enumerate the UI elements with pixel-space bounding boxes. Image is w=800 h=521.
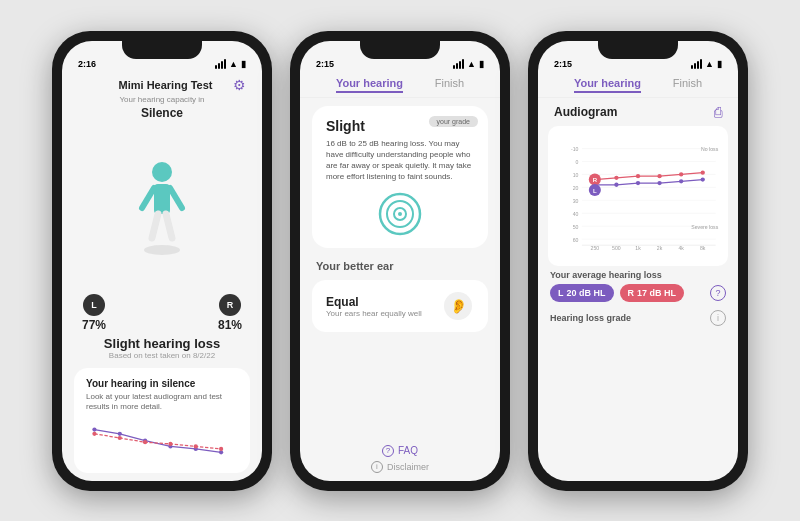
share-icon[interactable]: ⎙ <box>714 104 722 120</box>
svg-line-5 <box>166 214 172 238</box>
notch-1 <box>122 41 202 59</box>
svg-point-52 <box>657 173 661 177</box>
hearing-grade-section: Hearing loss grade i <box>538 306 738 330</box>
avg-loss-section: Your average hearing loss L 20 dB HL R 1… <box>538 266 738 306</box>
phone-1: 2:16 ▲ ▮ Mimi Hearing Test ⚙ Your hearin… <box>52 31 272 491</box>
battery-icon-2: ▮ <box>479 59 484 69</box>
svg-point-57 <box>636 180 640 184</box>
section-label-better-ear: Your better ear <box>300 256 500 276</box>
svg-point-13 <box>92 431 96 435</box>
disclaimer-info-icon: i <box>371 461 383 473</box>
left-loss-pill: L 20 dB HL <box>550 284 614 302</box>
wifi-icon-3: ▲ <box>705 59 714 69</box>
audiogram-svg: -10 0 10 20 30 40 50 60 No loss 250 500 … <box>556 132 720 260</box>
phone-3: 2:15 ▲ ▮ Your hearing Finish Audiogram ⎙ <box>528 31 748 491</box>
svg-point-15 <box>143 440 147 444</box>
svg-point-18 <box>219 446 223 450</box>
status-icons-1: ▲ ▮ <box>215 59 246 69</box>
test-type-1: Silence <box>62 106 262 120</box>
svg-point-58 <box>657 180 661 184</box>
svg-text:30: 30 <box>573 197 579 203</box>
tab-bar-3: Your hearing Finish <box>538 71 738 98</box>
grade-desc: 16 dB to 25 dB hearing loss. You may hav… <box>326 138 474 183</box>
grade-badge: your grade <box>429 116 478 127</box>
tab-finish-2[interactable]: Finish <box>435 77 464 93</box>
app-subtitle-1: Your hearing capacity in <box>62 95 262 104</box>
screen-2: 2:15 ▲ ▮ Your hearing Finish your grade … <box>300 41 500 481</box>
time-1: 2:16 <box>78 59 96 69</box>
left-ear-circle: L <box>83 294 105 316</box>
tab-your-hearing-2[interactable]: Your hearing <box>336 77 403 93</box>
svg-text:60: 60 <box>573 236 579 242</box>
svg-text:👂: 👂 <box>450 298 468 315</box>
phone-2: 2:15 ▲ ▮ Your hearing Finish your grade … <box>290 31 510 491</box>
hearing-date: Based on test taken on 8/2/22 <box>62 351 262 360</box>
faq-question-icon: ? <box>382 445 394 457</box>
svg-line-3 <box>170 188 182 208</box>
grade-info-icon[interactable]: i <box>710 310 726 326</box>
avg-loss-question-icon[interactable]: ? <box>710 285 726 301</box>
right-pct: 81% <box>218 318 242 332</box>
svg-point-8 <box>118 431 122 435</box>
screen-3: 2:15 ▲ ▮ Your hearing Finish Audiogram ⎙ <box>538 41 738 481</box>
wifi-icon-2: ▲ <box>467 59 476 69</box>
svg-point-56 <box>614 182 618 186</box>
svg-point-14 <box>118 435 122 439</box>
phones-container: 2:16 ▲ ▮ Mimi Hearing Test ⚙ Your hearin… <box>42 21 758 501</box>
svg-point-59 <box>679 179 683 183</box>
faq-label: FAQ <box>398 445 418 456</box>
ear-icon: 👂 <box>442 290 474 322</box>
right-loss-label: R <box>628 288 635 298</box>
mini-chart-svg <box>86 413 238 463</box>
info-card-title: Your hearing in silence <box>86 378 238 389</box>
status-icons-3: ▲ ▮ <box>691 59 722 69</box>
ear-indicators: L 77% R 81% <box>62 294 262 332</box>
svg-point-6 <box>144 245 180 255</box>
grade-card: your grade Slight 16 dB to 25 dB hearing… <box>312 106 488 249</box>
info-card-1: Your hearing in silence Look at your lat… <box>74 368 250 473</box>
svg-line-2 <box>142 188 154 208</box>
svg-point-0 <box>152 162 172 182</box>
app-header-1: Mimi Hearing Test ⚙ <box>62 71 262 95</box>
svg-line-4 <box>152 214 158 238</box>
faq-link[interactable]: ? FAQ <box>300 445 500 457</box>
svg-text:0: 0 <box>576 159 579 165</box>
tab-your-hearing-3[interactable]: Your hearing <box>574 77 641 93</box>
equal-desc: Your ears hear equally well <box>326 309 422 318</box>
svg-text:R: R <box>593 177 598 183</box>
status-icons-2: ▲ ▮ <box>453 59 484 69</box>
svg-text:No loss: No loss <box>701 146 719 152</box>
tab-finish-3[interactable]: Finish <box>673 77 702 93</box>
svg-point-16 <box>168 441 172 445</box>
hearing-result: Slight hearing loss <box>62 336 262 351</box>
signal-icon-2 <box>453 59 464 69</box>
tab-bar-2: Your hearing Finish <box>300 71 500 98</box>
equal-card: Equal Your ears hear equally well 👂 <box>312 280 488 332</box>
svg-text:40: 40 <box>573 210 579 216</box>
svg-point-54 <box>701 170 705 174</box>
audiogram-chart: -10 0 10 20 30 40 50 60 No loss 250 500 … <box>548 126 728 266</box>
svg-point-60 <box>701 177 705 181</box>
battery-icon-1: ▮ <box>241 59 246 69</box>
svg-point-22 <box>398 212 402 216</box>
svg-point-53 <box>679 172 683 176</box>
disclaimer-label: Disclaimer <box>387 462 429 472</box>
wifi-icon-1: ▲ <box>229 59 238 69</box>
left-loss-label: L <box>558 288 564 298</box>
info-card-desc: Look at your latest audiogram and test r… <box>86 392 238 413</box>
disclaimer-link[interactable]: i Disclaimer <box>300 461 500 473</box>
right-ear-circle: R <box>219 294 241 316</box>
audiogram-header: Audiogram ⎙ <box>538 98 738 126</box>
hearing-grade-title: Hearing loss grade <box>550 313 631 323</box>
left-pct: 77% <box>82 318 106 332</box>
svg-text:50: 50 <box>573 223 579 229</box>
svg-point-51 <box>636 173 640 177</box>
svg-text:-10: -10 <box>571 146 579 152</box>
gear-icon-1[interactable]: ⚙ <box>233 77 246 93</box>
left-loss-value: 20 dB HL <box>567 288 606 298</box>
notch-3 <box>598 41 678 59</box>
time-3: 2:15 <box>554 59 572 69</box>
time-2: 2:15 <box>316 59 334 69</box>
svg-text:Severe loss: Severe loss <box>691 223 718 229</box>
avg-loss-pills: L 20 dB HL R 17 dB HL ? <box>550 284 726 302</box>
